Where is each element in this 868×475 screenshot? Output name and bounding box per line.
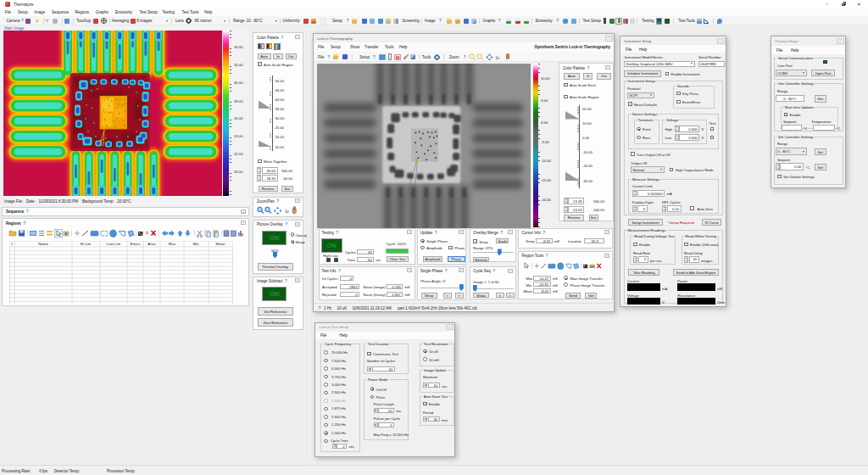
svg-text:Area: Area [147, 242, 156, 246]
svg-text:Max: Max [169, 242, 176, 246]
svg-text:Hi Lim: Hi Lim [81, 242, 92, 246]
svg-text:Mean: Mean [216, 242, 226, 246]
svg-text:1x: 1x [285, 210, 290, 214]
svg-text:Min: Min [192, 242, 199, 246]
svg-text:Name: Name [38, 242, 48, 246]
svg-text:Low Lim: Low Lim [107, 242, 121, 246]
svg-text:Emiss: Emiss [131, 242, 142, 246]
svg-text:1x: 1x [495, 56, 500, 60]
